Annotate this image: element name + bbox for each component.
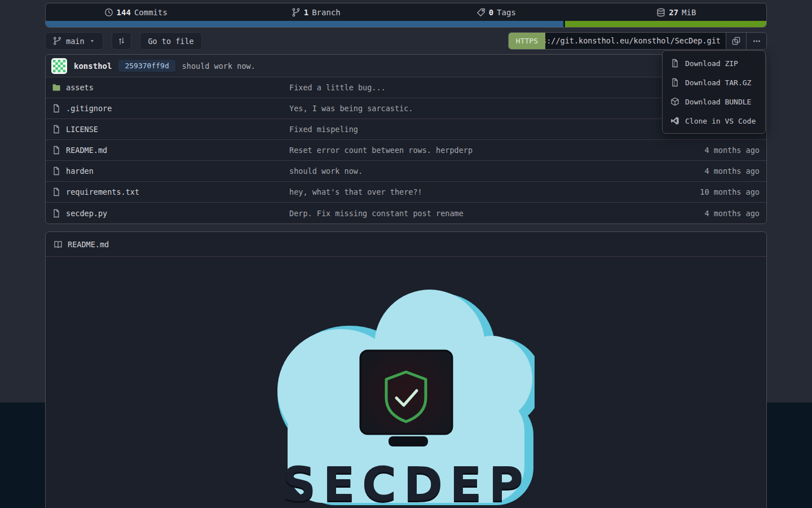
repo-stats-row: 144Commits1Branch0Tags27MiB bbox=[46, 3, 766, 21]
zip-file-icon bbox=[670, 59, 679, 68]
commit-author[interactable]: konsthol bbox=[74, 62, 112, 71]
stat-label: Commits bbox=[134, 8, 167, 17]
repo-stat-branch[interactable]: 1Branch bbox=[226, 3, 407, 21]
readme-title: README.md bbox=[68, 240, 109, 249]
clone-dropdown-menu: Download ZIPDownload TAR.GZDownload BUND… bbox=[662, 50, 766, 134]
file-name-cell[interactable]: README.md bbox=[46, 146, 289, 155]
repo-stat-tags[interactable]: 0Tags bbox=[406, 3, 586, 21]
history-icon bbox=[104, 8, 113, 17]
avatar[interactable] bbox=[51, 58, 67, 74]
repo-stat-mib[interactable]: 27MiB bbox=[586, 3, 767, 21]
vscode-icon bbox=[670, 116, 679, 125]
file-name: requirements.txt bbox=[66, 187, 139, 196]
go-to-file-label: Go to file bbox=[148, 37, 193, 46]
clone-url-value: https://git.konsthol.eu/konsthol/SecDep.… bbox=[545, 36, 721, 45]
menu-item-download-zip[interactable]: Download ZIP bbox=[663, 54, 765, 73]
file-icon bbox=[52, 104, 61, 113]
stat-label: Branch bbox=[312, 8, 341, 17]
compare-branches-button[interactable] bbox=[112, 32, 131, 50]
menu-item-label: Download TAR.GZ bbox=[685, 78, 751, 87]
table-row: assetsFixed a little bug... bbox=[46, 77, 766, 98]
file-commit-message[interactable]: Fixed a little bug... bbox=[289, 83, 642, 92]
menu-item-label: Clone in VS Code bbox=[685, 117, 756, 125]
repo-stats-panel: 144Commits1Branch0Tags27MiB bbox=[45, 3, 767, 28]
file-commit-message[interactable]: Fixed mispeling bbox=[289, 125, 642, 134]
file-icon bbox=[52, 167, 61, 176]
copy-icon bbox=[731, 36, 741, 46]
stat-value: 27 bbox=[669, 8, 678, 17]
commit-hash-badge[interactable]: 259370ff9d bbox=[118, 60, 175, 72]
file-name-cell[interactable]: harden bbox=[46, 167, 289, 176]
commit-message[interactable]: should work now. bbox=[182, 62, 255, 71]
file-rows: assetsFixed a little bug....gitignoreYes… bbox=[46, 77, 766, 224]
file-commit-message[interactable]: Reset error count between rows. herpderp bbox=[289, 146, 642, 155]
clone-more-menu-button[interactable] bbox=[746, 33, 766, 49]
table-row: hardenshould work now.4 months ago bbox=[46, 161, 766, 182]
ellipsis-icon bbox=[752, 37, 761, 46]
branch-icon bbox=[53, 37, 61, 45]
readme-panel: README.md bbox=[45, 231, 767, 508]
latest-commit-row: konsthol 259370ff9d should work now. bbox=[46, 55, 766, 77]
svg-text:SECDEP: SECDEP bbox=[282, 457, 530, 508]
file-name: secdep.py bbox=[66, 209, 107, 218]
file-name-cell[interactable]: secdep.py bbox=[46, 209, 289, 218]
readme-header: README.md bbox=[46, 232, 766, 257]
chevron-down-icon bbox=[89, 38, 95, 44]
menu-item-label: Download BUNDLE bbox=[685, 98, 751, 106]
language-segment-blue[interactable] bbox=[46, 21, 563, 28]
file-commit-age: 4 months ago bbox=[642, 146, 766, 155]
file-name-cell[interactable]: assets bbox=[46, 83, 289, 92]
language-bar[interactable] bbox=[46, 21, 766, 28]
file-name: harden bbox=[66, 167, 94, 176]
table-row: README.mdReset error count between rows.… bbox=[46, 140, 766, 161]
menu-item-download-tar-gz[interactable]: Download TAR.GZ bbox=[663, 73, 765, 92]
menu-item-label: Download ZIP bbox=[685, 59, 738, 68]
file-commit-message[interactable]: Yes, I was being sarcastic. bbox=[289, 104, 642, 113]
file-commit-message[interactable]: should work now. bbox=[289, 167, 642, 176]
branch-selector[interactable]: main bbox=[45, 32, 103, 50]
stat-value: 144 bbox=[117, 8, 131, 17]
repo-toolbar: main Go to file HTTPS https://git.konsth… bbox=[45, 32, 767, 50]
table-row: LICENSEFixed mispeling bbox=[46, 119, 766, 140]
file-name-cell[interactable]: requirements.txt bbox=[46, 187, 289, 196]
file-icon bbox=[52, 146, 61, 155]
file-name-cell[interactable]: LICENSE bbox=[46, 125, 289, 134]
file-commit-age: 10 months ago bbox=[642, 187, 766, 196]
stat-label: MiB bbox=[682, 8, 696, 17]
branch-label: main bbox=[66, 37, 85, 46]
file-commit-message[interactable]: Derp. Fix missing constant post rename bbox=[289, 209, 642, 218]
menu-item-download-bundle[interactable]: Download BUNDLE bbox=[663, 92, 765, 111]
table-row: .gitignoreYes, I was being sarcastic. bbox=[46, 98, 766, 119]
go-to-file-button[interactable]: Go to file bbox=[140, 32, 201, 50]
https-protocol-button[interactable]: HTTPS bbox=[509, 33, 545, 49]
file-name: README.md bbox=[66, 146, 107, 155]
stat-value: 1 bbox=[304, 8, 308, 17]
file-commit-age: 4 months ago bbox=[642, 167, 766, 176]
file-icon bbox=[52, 125, 61, 134]
stat-label: Tags bbox=[497, 8, 516, 17]
database-icon bbox=[656, 8, 665, 17]
menu-item-clone-in-vs-code[interactable]: Clone in VS Code bbox=[663, 111, 765, 130]
clone-url-group: HTTPS https://git.konsthol.eu/konsthol/S… bbox=[508, 32, 767, 50]
compare-icon bbox=[117, 37, 126, 45]
file-commit-message[interactable]: hey, what's that over there?! bbox=[289, 187, 642, 196]
file-name-cell[interactable]: .gitignore bbox=[46, 104, 289, 113]
file-name: LICENSE bbox=[66, 125, 98, 134]
repo-stat-commits[interactable]: 144Commits bbox=[46, 3, 226, 21]
table-row: secdep.pyDerp. Fix missing constant post… bbox=[46, 203, 766, 224]
file-name: assets bbox=[66, 83, 94, 92]
file-icon bbox=[52, 187, 61, 196]
secdep-logo-image: SECDEP SECDEP bbox=[277, 287, 535, 508]
tag-icon bbox=[476, 8, 486, 17]
zip-file-icon bbox=[670, 78, 679, 87]
file-icon bbox=[52, 209, 61, 218]
book-icon bbox=[54, 240, 63, 249]
copy-url-button[interactable] bbox=[726, 33, 746, 49]
file-commit-age: 4 months ago bbox=[642, 209, 766, 218]
clone-url-input[interactable]: https://git.konsthol.eu/konsthol/SecDep.… bbox=[545, 33, 726, 49]
language-segment-green[interactable] bbox=[565, 21, 766, 28]
readme-body: SECDEP SECDEP bbox=[46, 257, 766, 508]
branch-icon bbox=[292, 8, 301, 17]
package-icon bbox=[670, 97, 679, 106]
stat-value: 0 bbox=[489, 8, 493, 17]
